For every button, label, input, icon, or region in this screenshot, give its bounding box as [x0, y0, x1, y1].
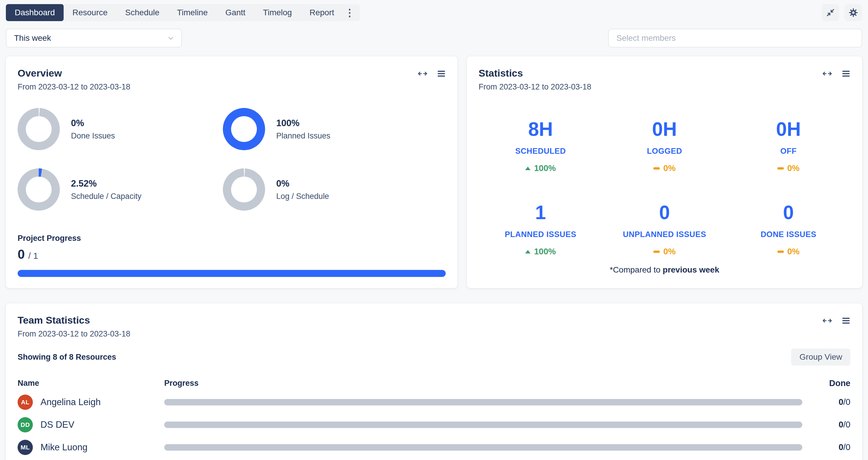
period-select[interactable]: This week — [6, 29, 182, 48]
stat-label: LOGGED — [602, 147, 727, 156]
trend-up-icon — [525, 166, 530, 170]
project-progress-done: 0 — [18, 247, 25, 262]
donut-label: Done Issues — [71, 131, 115, 141]
stat-delta: 0% — [602, 163, 727, 173]
expand-horizontal-icon[interactable] — [822, 317, 833, 325]
donut-ring — [18, 168, 60, 211]
stat-label: SCHEDULED — [478, 147, 602, 156]
team-header: Team Statistics From 2023-03-12 to 2023-… — [18, 314, 850, 339]
donut-planned-issues: 100%Planned Issues — [223, 108, 446, 150]
tab-gantt[interactable]: Gantt — [216, 4, 254, 21]
overview-donut-grid: 0%Done Issues100%Planned Issues2.52%Sche… — [18, 108, 446, 211]
donut-ring — [223, 108, 265, 150]
project-progress-label: Project Progress — [18, 234, 446, 243]
team-subheader: Showing 8 of 8 Resources Group View — [18, 348, 850, 366]
donut-value: 0% — [71, 118, 115, 128]
overview-header: Overview From 2023-03-12 to 2023-03-18 — [18, 67, 446, 92]
done-value: 0 — [839, 420, 843, 429]
member-done-count: 0/0 — [815, 442, 850, 452]
stat-delta-value: 0% — [787, 247, 800, 256]
member-name: Angelina Leigh — [40, 397, 101, 407]
overview-card: Overview From 2023-03-12 to 2023-03-18 0… — [6, 56, 458, 288]
done-total: /0 — [843, 442, 850, 452]
project-progress-track — [18, 270, 446, 277]
stat-delta-value: 100% — [534, 247, 556, 256]
member-name: Mike Luong — [40, 442, 87, 453]
footnote-period: previous week — [663, 265, 719, 274]
team-row-ds-dev[interactable]: DDDS DEV0/0 — [18, 413, 850, 436]
tab-resource[interactable]: Resource — [64, 4, 116, 21]
nav-more-button[interactable]: ⋮ — [343, 4, 360, 21]
done-total: /0 — [843, 420, 850, 429]
overview-date-range: From 2023-03-12 to 2023-03-18 — [18, 83, 130, 92]
statistics-grid: 8HSCHEDULED100%0HLOGGED0%0HOFF0%1PLANNED… — [478, 118, 850, 256]
stat-value: 0H — [726, 118, 850, 140]
stat-label: DONE ISSUES — [726, 230, 850, 239]
statistics-card: Statistics From 2023-03-12 to 2023-03-18… — [467, 56, 862, 288]
member-done-count: 0/0 — [815, 397, 850, 407]
done-value: 0 — [839, 442, 843, 452]
trend-up-icon — [525, 250, 530, 253]
chevron-down-icon — [166, 34, 175, 42]
column-header-name: Name — [18, 379, 164, 388]
group-view-button[interactable]: Group View — [791, 348, 850, 366]
tab-schedule[interactable]: Schedule — [116, 4, 168, 21]
stat-delta: 0% — [602, 247, 727, 256]
project-progress: Project Progress 0 / 1 — [18, 234, 446, 277]
team-statistics-card: Team Statistics From 2023-03-12 to 2023-… — [6, 303, 862, 460]
stat-label: OFF — [726, 147, 850, 156]
stat-value: 1 — [478, 201, 602, 223]
card-menu-icon[interactable] — [842, 316, 850, 325]
stat-logged: 0HLOGGED0% — [602, 118, 727, 173]
member-progress-bar — [164, 444, 802, 451]
team-table-header: Name Progress Done — [18, 375, 850, 391]
team-row-mike-luong[interactable]: MLMike Luong0/0 — [18, 436, 850, 459]
resources-count-label: Showing 8 of 8 Resources — [18, 352, 116, 362]
column-header-done: Done — [815, 378, 850, 388]
kebab-icon: ⋮ — [345, 7, 354, 19]
donut-hole — [26, 116, 52, 142]
tab-dashboard[interactable]: Dashboard — [6, 4, 64, 21]
donut-schedule-capacity: 2.52%Schedule / Capacity — [18, 168, 223, 211]
footnote-prefix: *Compared to — [610, 265, 663, 274]
tab-timelog[interactable]: Timelog — [254, 4, 301, 21]
dashboard-page: DashboardResourceScheduleTimelineGanttTi… — [0, 0, 868, 460]
stat-unplanned-issues: 0UNPLANNED ISSUES0% — [602, 201, 727, 256]
donut-label: Log / Schedule — [276, 192, 329, 201]
donut-done-issues: 0%Done Issues — [18, 108, 223, 150]
settings-button[interactable] — [844, 4, 862, 21]
project-progress-total: / 1 — [28, 251, 38, 261]
expand-horizontal-icon[interactable] — [822, 70, 833, 78]
tab-timeline[interactable]: Timeline — [168, 4, 217, 21]
statistics-date-range: From 2023-03-12 to 2023-03-18 — [478, 83, 591, 92]
done-value: 0 — [839, 397, 843, 407]
done-total: /0 — [843, 397, 850, 407]
donut-hole — [26, 177, 52, 203]
nav-tabs: DashboardResourceScheduleTimelineGanttTi… — [6, 4, 343, 21]
donut-value: 2.52% — [71, 178, 141, 189]
stat-value: 0 — [726, 201, 850, 223]
team-row-angelina-leigh[interactable]: ALAngelina Leigh0/0 — [18, 391, 850, 413]
stat-value: 0 — [602, 201, 727, 223]
donut-value: 100% — [276, 118, 331, 128]
card-menu-icon[interactable] — [842, 69, 850, 78]
avatar: AL — [18, 395, 33, 410]
trend-flat-icon — [777, 167, 784, 170]
period-select-value: This week — [14, 33, 51, 43]
collapse-view-button[interactable] — [822, 4, 839, 21]
stat-delta-value: 0% — [787, 163, 800, 173]
expand-horizontal-icon[interactable] — [417, 70, 428, 78]
stat-done-issues: 0DONE ISSUES0% — [726, 201, 850, 256]
select-members-input[interactable] — [608, 29, 862, 48]
stat-delta: 100% — [478, 247, 602, 256]
member-progress-bar — [164, 399, 802, 405]
donut-hole — [231, 116, 257, 142]
tab-report[interactable]: Report — [301, 4, 343, 21]
statistics-title: Statistics — [478, 67, 591, 79]
stat-planned-issues: 1PLANNED ISSUES100% — [478, 201, 602, 256]
donut-log-schedule: 0%Log / Schedule — [223, 168, 446, 211]
card-menu-icon[interactable] — [437, 69, 446, 78]
statistics-header: Statistics From 2023-03-12 to 2023-03-18 — [478, 67, 850, 92]
team-row-shin-nagasada[interactable]: Shin Nagasada0/0 — [18, 459, 850, 460]
team-rows: ALAngelina Leigh0/0DDDS DEV0/0MLMike Luo… — [18, 391, 850, 460]
